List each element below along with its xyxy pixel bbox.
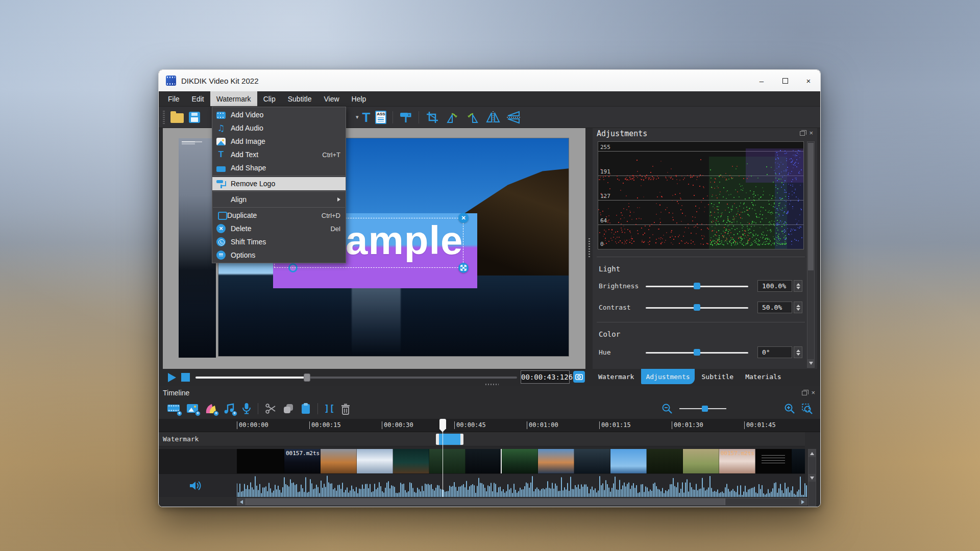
flip-vertical-button[interactable] xyxy=(506,109,521,126)
menu-watermark[interactable]: Watermark xyxy=(210,91,257,106)
contrast-slider-knob[interactable] xyxy=(694,304,700,311)
hue-spinner[interactable] xyxy=(794,346,802,358)
maximize-button[interactable] xyxy=(773,70,797,91)
contrast-value[interactable]: 50.0% xyxy=(757,302,792,313)
contrast-spinner[interactable] xyxy=(794,302,802,313)
audio-waveform[interactable] xyxy=(237,474,805,497)
video-clip-cell[interactable] xyxy=(357,449,393,473)
scrollbar-thumb[interactable] xyxy=(808,143,814,270)
menu-clip[interactable]: Clip xyxy=(257,91,282,106)
timeline-split-button[interactable]: ][ xyxy=(324,404,334,414)
timeline-zoom-knob[interactable] xyxy=(702,406,708,412)
menu-item-add-text[interactable]: T Add Text Ctrl+T xyxy=(212,148,346,161)
panel-close-icon[interactable]: × xyxy=(809,131,813,136)
timeline-copy-button[interactable] xyxy=(283,403,294,414)
save-button[interactable] xyxy=(189,109,200,126)
tab-materials[interactable]: Materials xyxy=(741,369,786,384)
video-clip-cell[interactable]: 00157.m2ts xyxy=(719,449,755,473)
play-button[interactable] xyxy=(168,373,176,382)
panel-scrollbar[interactable] xyxy=(807,141,815,368)
menu-subtitle[interactable]: Subtitle xyxy=(282,91,318,106)
hue-slider[interactable] xyxy=(646,352,748,354)
menu-item-add-audio[interactable]: ♫ Add Audio xyxy=(212,121,346,135)
tracks-scrollbar[interactable] xyxy=(808,449,816,506)
menu-view[interactable]: View xyxy=(317,91,345,106)
timeline-delete-button[interactable] xyxy=(340,403,351,415)
video-clip-cell[interactable] xyxy=(393,449,429,473)
timeline-float-icon[interactable] xyxy=(802,391,807,395)
scroll-up-button[interactable] xyxy=(808,449,816,457)
crop-button[interactable] xyxy=(425,109,439,126)
video-clip-cell[interactable] xyxy=(429,449,465,473)
menu-item-add-video[interactable]: Add Video xyxy=(212,108,346,121)
brightness-slider-knob[interactable] xyxy=(694,283,700,289)
timeline-zoom-slider[interactable] xyxy=(679,408,726,409)
close-button[interactable]: × xyxy=(797,70,820,91)
video-clip-cell[interactable] xyxy=(574,449,610,473)
video-clip-cell[interactable] xyxy=(755,449,792,473)
zoom-out-button[interactable] xyxy=(661,403,673,415)
menu-item-add-shape[interactable]: Add Shape xyxy=(212,161,346,174)
spin-down-icon[interactable] xyxy=(796,287,800,289)
minimize-button[interactable]: – xyxy=(750,70,773,91)
video-clip-cell[interactable] xyxy=(647,449,683,473)
chevron-down-icon[interactable]: ▾ xyxy=(356,114,359,120)
timeline-hscrollbar[interactable] xyxy=(237,498,807,506)
spin-up-icon[interactable] xyxy=(796,305,800,307)
seek-knob[interactable] xyxy=(304,373,310,382)
video-clip-cell[interactable] xyxy=(237,449,284,473)
watermark-rotate-handle[interactable] xyxy=(288,263,298,272)
video-clip-cell[interactable] xyxy=(683,449,719,473)
hue-slider-knob[interactable] xyxy=(694,349,700,356)
video-clip-cell[interactable] xyxy=(465,449,502,473)
menu-file[interactable]: File xyxy=(162,91,186,106)
spin-up-icon[interactable] xyxy=(796,283,800,286)
scroll-right-button[interactable] xyxy=(799,498,807,505)
timeline-add-video-button[interactable]: + xyxy=(167,403,180,414)
speaker-icon[interactable] xyxy=(188,479,202,494)
video-clip-cell[interactable] xyxy=(321,449,357,473)
scroll-down-button[interactable] xyxy=(808,474,816,482)
timeline-add-audio-button[interactable]: + xyxy=(223,403,235,414)
video-clip-cell[interactable] xyxy=(610,449,647,473)
menu-item-options[interactable]: Options xyxy=(212,248,346,262)
timeline-add-shape-button[interactable]: + xyxy=(205,403,217,414)
hscrollbar-thumb[interactable] xyxy=(246,498,725,505)
snapshot-button[interactable] xyxy=(573,371,585,383)
scroll-left-button[interactable] xyxy=(237,498,246,505)
tab-adjustments[interactable]: Adjustments xyxy=(641,369,694,384)
source-thumbnail-strip[interactable] xyxy=(179,138,216,358)
brightness-slider[interactable] xyxy=(646,286,748,287)
menu-edit[interactable]: Edit xyxy=(186,91,210,106)
panel-splitter[interactable] xyxy=(585,128,593,369)
watermark-delete-button[interactable]: ✕ xyxy=(458,213,469,223)
spin-down-icon[interactable] xyxy=(796,308,800,311)
hue-value[interactable]: 0° xyxy=(757,346,792,358)
timeline-record-button[interactable] xyxy=(241,403,252,415)
playhead[interactable] xyxy=(439,419,446,429)
brightness-value[interactable]: 100.0% xyxy=(757,280,792,292)
rotate-right-button[interactable] xyxy=(465,109,480,126)
tab-subtitle[interactable]: Subtitle xyxy=(697,369,739,384)
subtitle-ass-button[interactable]: ASS xyxy=(375,109,386,126)
menu-item-shift-times[interactable]: Shift Times xyxy=(212,235,346,248)
remove-logo-button[interactable] xyxy=(399,109,412,126)
spin-down-icon[interactable] xyxy=(796,353,800,356)
menu-item-align[interactable]: Align xyxy=(212,193,346,206)
timeline-add-image-button[interactable]: + xyxy=(186,403,199,414)
menu-item-remove-logo[interactable]: Remove Logo xyxy=(212,177,346,190)
timeline-cut-button[interactable] xyxy=(264,403,277,415)
watermark-clip[interactable] xyxy=(436,434,463,445)
menu-help[interactable]: Help xyxy=(346,91,373,106)
watermark-resize-handle[interactable] xyxy=(458,263,469,273)
menu-item-delete[interactable]: Delete Del xyxy=(212,222,346,235)
contrast-slider[interactable] xyxy=(646,307,748,309)
add-text-button[interactable]: T xyxy=(362,109,371,126)
tab-watermark[interactable]: Watermark xyxy=(594,369,639,384)
rotate-left-button[interactable] xyxy=(445,109,460,126)
video-clip-cell[interactable] xyxy=(538,449,574,473)
timeline-ruler[interactable]: 00:00:00 00:00:15 00:00:30 00:00:45 00:0… xyxy=(159,419,820,432)
menu-item-add-image[interactable]: Add Image xyxy=(212,135,346,148)
menu-item-duplicate[interactable]: Duplicate Ctrl+D xyxy=(212,209,346,222)
scroll-down-button[interactable] xyxy=(807,359,814,367)
